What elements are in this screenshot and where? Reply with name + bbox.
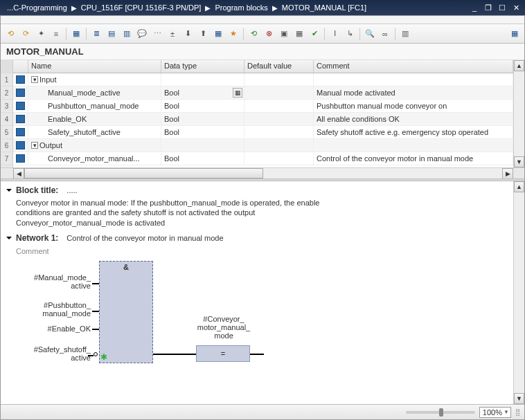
input-label[interactable]: #Pushbutton_manual_mode [21,301,91,318]
breadcrumb-item[interactable]: MOTOR_MANUAL [FC1] [278,3,371,12]
param-comment-cell[interactable]: Manual mode activated [314,86,513,99]
param-type-cell[interactable]: Bool▦ [161,86,244,99]
tool-icon[interactable]: ≣ [89,27,103,41]
assign-block[interactable]: = [196,345,250,362]
tool-icon[interactable]: ⟳ [19,27,33,41]
tool-icon[interactable]: ▣ [277,27,291,41]
param-default-cell[interactable] [244,86,314,99]
param-comment-cell[interactable] [314,139,513,152]
param-comment-cell[interactable]: Safety shutoff active e.g. emergency sto… [314,126,513,138]
block-title-text[interactable]: ..... [66,186,77,194]
table-row[interactable]: ▾ Input [13,73,513,86]
tool-icon[interactable]: ▦ [211,27,225,41]
param-name[interactable]: Safety_shutoff_active [48,128,121,136]
param-default-cell[interactable] [244,139,314,152]
horizontal-scrollbar[interactable]: ◀ ▶ [1,167,524,179]
vertical-scrollbar[interactable]: ▲ ▼ [513,181,524,404]
param-type-cell[interactable] [161,73,244,86]
and-gate-block[interactable]: & [99,261,153,363]
maximize-button[interactable]: ☐ [496,2,508,13]
param-comment-cell[interactable]: All enable conditions OK [314,113,513,125]
scroll-down-button[interactable]: ▼ [514,156,524,167]
input-label[interactable]: #Safety_shutoff_active [21,345,91,362]
input-label[interactable]: #Manual_mode_active [21,273,91,290]
input-label[interactable]: #Enable_OK [21,325,91,333]
tool-icon[interactable]: ✔ [308,27,321,41]
param-default-cell[interactable] [244,126,314,138]
vertical-scrollbar[interactable]: ▲ ▼ [513,60,524,167]
zoom-slider[interactable] [406,411,475,414]
tool-icon[interactable]: ✦ [34,27,48,41]
tool-icon[interactable]: Ⅰ [328,27,341,41]
param-type-cell[interactable]: Bool [161,113,244,125]
param-type-cell[interactable]: Bool [161,126,244,138]
comment-icon[interactable]: 💬 [135,27,149,41]
search-icon[interactable]: 🔍 [363,27,377,41]
breadcrumb-item[interactable]: CPU_1516F [CPU 1516F-3 PN/DP] [77,3,206,12]
tool-icon[interactable]: ▥ [120,27,134,41]
network-comment-field[interactable]: Comment [6,244,508,261]
network-header[interactable]: Network 1: Control of the conveyor motor… [6,232,508,244]
col-header-type[interactable]: Data type [161,60,244,73]
table-row[interactable]: Conveyor_motor_manual...BoolControl of t… [13,152,513,165]
properties-icon[interactable]: ▦ [508,27,522,41]
upload-icon[interactable]: ⬆ [196,27,210,41]
row-number[interactable]: 2 [1,86,12,100]
scroll-thumb[interactable] [24,168,263,179]
param-comment-cell[interactable]: Control of the conveyor motor in manual … [314,152,513,165]
param-comment-cell[interactable] [314,73,513,86]
param-name[interactable]: Enable_OK [48,115,87,123]
tool-icon[interactable]: ▦ [292,27,306,41]
breadcrumb-item[interactable]: Program blocks [211,3,272,12]
param-type-cell[interactable] [161,139,244,152]
scroll-right-button[interactable]: ▶ [502,168,513,179]
param-name[interactable]: Pushbutton_manual_mode [48,102,139,110]
param-default-cell[interactable] [244,100,314,112]
tree-toggle[interactable]: ▾ [31,142,38,149]
negation-dot[interactable] [94,352,98,356]
table-row[interactable]: Manual_mode_activeBool▦Manual mode activ… [13,86,513,100]
param-name[interactable]: Conveyor_motor_manual... [48,154,140,163]
table-row[interactable]: ▾ Output [13,139,513,152]
row-number[interactable]: 3 [1,100,12,113]
close-button[interactable]: ✕ [510,2,522,13]
row-number[interactable]: 1 [1,73,12,86]
table-row[interactable]: Safety_shutoff_activeBoolSafety shutoff … [13,126,513,139]
param-default-cell[interactable] [244,73,314,86]
tool-icon[interactable]: ↳ [343,27,357,41]
param-default-cell[interactable] [244,113,314,125]
row-number[interactable]: 6 [1,139,12,152]
tool-icon[interactable]: ⟲ [3,27,17,41]
col-header-comment[interactable]: Comment [314,60,513,73]
minimize-button[interactable]: _ [468,2,481,13]
scroll-up-button[interactable]: ▲ [514,60,524,71]
tool-icon[interactable]: ≡ [49,27,63,41]
breadcrumb-item[interactable]: ...C-Programming [3,3,71,12]
row-number[interactable]: 7 [1,152,12,165]
restore-button[interactable]: ❐ [482,2,495,13]
resize-grip-icon[interactable]: ⣿ [515,408,520,416]
row-number[interactable]: 4 [1,113,12,126]
link-icon[interactable]: ∞ [378,27,392,41]
scroll-left-button[interactable]: ◀ [13,168,24,179]
collapse-toggle-icon[interactable] [6,237,12,242]
table-row[interactable]: Pushbutton_manual_modeBoolPushbutton man… [13,100,513,113]
tool-icon[interactable]: ± [166,27,179,41]
tool-icon[interactable]: ▦ [69,27,83,41]
collapse-toggle-icon[interactable] [6,189,12,194]
table-row[interactable]: Enable_OKBoolAll enable conditions OK [13,113,513,126]
go-offline-icon[interactable]: ⊗ [262,27,276,41]
tool-icon[interactable]: ▥ [398,27,412,41]
zoom-dropdown[interactable]: 100% [479,407,511,418]
param-type-cell[interactable]: Bool [161,152,244,165]
download-icon[interactable]: ⬇ [181,27,195,41]
network-title[interactable]: Control of the conveyor motor in manual … [66,234,223,242]
col-header-default[interactable]: Default value [244,60,314,73]
go-online-icon[interactable]: ⟲ [247,27,260,41]
fbd-diagram[interactable]: & #Manual_mode_active #Pushbutton_manual… [16,261,508,378]
type-picker-button[interactable]: ▦ [233,88,242,98]
row-number[interactable]: 5 [1,126,12,139]
tool-icon[interactable]: ▤ [105,27,118,41]
col-header-name[interactable]: Name [28,60,161,73]
output-label[interactable]: #Conveyor_motor_manual_mode [189,315,258,340]
